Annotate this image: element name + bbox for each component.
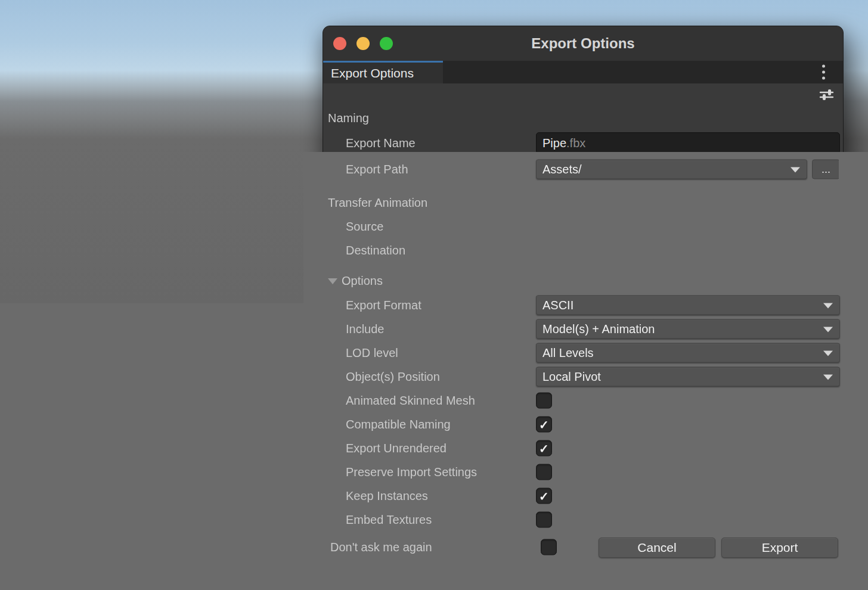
- export-unrendered-label: Export Unrendered: [346, 442, 447, 455]
- export-format-row: Export Format ASCII: [323, 293, 843, 317]
- include-dropdown[interactable]: Model(s) + Animation: [536, 319, 840, 339]
- cancel-button-label: Cancel: [637, 541, 676, 555]
- options-foldout[interactable]: Options: [323, 269, 843, 293]
- export-name-input[interactable]: Pipe.fbx: [536, 132, 840, 154]
- include-label: Include: [346, 322, 385, 336]
- animated-skinned-mesh-row: Animated Skinned Mesh: [323, 389, 843, 412]
- export-format-label: Export Format: [346, 299, 421, 312]
- section-transfer-animation: Transfer Animation: [323, 191, 843, 215]
- export-name-row: Export Name Pipe.fbx: [323, 131, 843, 155]
- export-button-label: Export: [762, 541, 798, 555]
- tab-label: Export Options: [331, 66, 414, 80]
- keep-instances-label: Keep Instances: [346, 489, 428, 503]
- preserve-import-settings-label: Preserve Import Settings: [346, 465, 477, 479]
- section-naming-label: Naming: [328, 111, 369, 125]
- export-path-row: Export Path Assets/ ...: [323, 157, 843, 181]
- source-object-value: Pipe (Transform): [558, 220, 647, 234]
- export-path-label: Export Path: [346, 163, 408, 176]
- objects-position-dropdown[interactable]: Local Pivot: [536, 367, 840, 387]
- compatible-naming-checkbox[interactable]: ✓: [536, 417, 552, 433]
- transform-icon: [541, 221, 554, 233]
- destination-object-picker[interactable]: [819, 240, 839, 260]
- export-button[interactable]: Export: [721, 538, 838, 558]
- objects-position-label: Object(s) Position: [346, 370, 440, 384]
- export-format-value: ASCII: [542, 299, 574, 312]
- destination-object-field[interactable]: Pipe (Transform): [536, 240, 840, 261]
- compatible-naming-label: Compatible Naming: [346, 418, 451, 431]
- browse-button[interactable]: ...: [812, 160, 840, 179]
- kebab-menu-icon[interactable]: [820, 63, 827, 82]
- export-name-value: Pipe: [542, 136, 566, 150]
- caret-down-icon: [823, 350, 833, 356]
- cancel-button[interactable]: Cancel: [599, 538, 715, 558]
- caret-down-icon: [823, 374, 833, 380]
- object-picker-icon: [824, 246, 835, 256]
- export-format-dropdown[interactable]: ASCII: [536, 296, 840, 315]
- objects-position-row: Object(s) Position Local Pivot: [323, 365, 843, 389]
- export-unrendered-checkbox[interactable]: ✓: [536, 440, 552, 457]
- traffic-lights: [333, 26, 393, 61]
- footer-row: Don't ask me again Cancel Export: [323, 535, 843, 559]
- compatible-naming-row: Compatible Naming ✓: [323, 412, 843, 436]
- browse-button-label: ...: [822, 163, 830, 176]
- export-path-value: Assets/: [542, 163, 582, 176]
- foldout-triangle-icon: [328, 278, 337, 284]
- section-options-label: Options: [342, 274, 383, 288]
- export-unrendered-row: Export Unrendered ✓: [323, 436, 843, 460]
- keep-instances-checkbox[interactable]: ✓: [536, 488, 552, 504]
- animated-skinned-mesh-label: Animated Skinned Mesh: [346, 394, 475, 408]
- export-path-dropdown[interactable]: Assets/: [536, 160, 807, 179]
- destination-label: Destination: [346, 244, 405, 257]
- source-label: Source: [346, 220, 383, 234]
- export-options-window: Export Options Export Options Naming Exp…: [323, 26, 844, 569]
- destination-row: Destination Pipe (Transform): [323, 238, 843, 262]
- caret-down-icon: [823, 303, 833, 308]
- presets-icon[interactable]: [818, 87, 835, 103]
- include-row: Include Model(s) + Animation: [323, 317, 843, 341]
- caret-down-icon: [790, 167, 800, 172]
- export-name-label: Export Name: [346, 136, 416, 150]
- zoom-button[interactable]: [380, 37, 393, 50]
- tab-strip: Export Options: [323, 61, 843, 83]
- window-title: Export Options: [531, 35, 634, 52]
- lod-level-dropdown[interactable]: All Levels: [536, 343, 840, 363]
- destination-object-value: Pipe (Transform): [558, 244, 647, 257]
- lod-level-value: All Levels: [542, 346, 594, 360]
- include-value: Model(s) + Animation: [542, 322, 655, 336]
- object-picker-icon: [824, 222, 835, 232]
- embed-textures-checkbox[interactable]: [536, 512, 552, 528]
- lod-level-row: LOD level All Levels: [323, 341, 843, 365]
- embed-textures-label: Embed Textures: [346, 513, 432, 527]
- preserve-import-settings-row: Preserve Import Settings: [323, 460, 843, 484]
- section-transfer-label: Transfer Animation: [328, 196, 427, 210]
- transform-icon: [541, 244, 554, 257]
- embed-textures-row: Embed Textures: [323, 508, 843, 532]
- keep-instances-row: Keep Instances ✓: [323, 484, 843, 508]
- animated-skinned-mesh-checkbox[interactable]: [536, 393, 552, 409]
- section-naming: Naming: [323, 106, 843, 130]
- source-object-picker[interactable]: [819, 216, 839, 237]
- pipe-model[interactable]: [41, 159, 358, 460]
- dont-ask-label: Don't ask me again: [330, 541, 432, 554]
- export-name-extension: .fbx: [566, 136, 585, 150]
- tab-export-options[interactable]: Export Options: [323, 61, 443, 83]
- source-row: Source Pipe (Transform): [323, 215, 843, 238]
- objects-position-value: Local Pivot: [542, 370, 601, 384]
- caret-down-icon: [823, 327, 833, 332]
- close-button[interactable]: [333, 37, 346, 50]
- preserve-import-settings-checkbox[interactable]: [536, 464, 552, 480]
- lod-level-label: LOD level: [346, 346, 398, 360]
- dont-ask-checkbox[interactable]: [541, 539, 557, 555]
- source-object-field[interactable]: Pipe (Transform): [536, 216, 840, 237]
- minimize-button[interactable]: [356, 37, 370, 50]
- window-titlebar[interactable]: Export Options: [323, 26, 843, 61]
